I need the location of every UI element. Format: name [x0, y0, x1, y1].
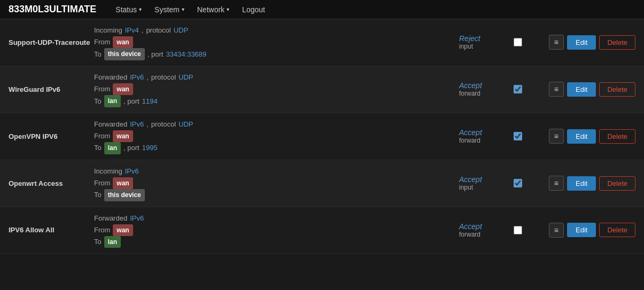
- rule-edit-button-support-udp-traceroute[interactable]: Edit: [567, 35, 596, 50]
- rule-from-badge-wireguard-ipv6: wan: [113, 83, 133, 95]
- rule-action-type-openvpn-ipv6: forward: [459, 137, 507, 144]
- rule-action-label-ipv6-allow-all: Accept: [459, 222, 507, 231]
- rule-delete-button-ipv6-allow-all[interactable]: Delete: [599, 223, 635, 237]
- rule-to-label-ipv6-allow-all: To: [94, 236, 102, 248]
- rule-buttons-openwrt-access: ≡ Edit Delete: [529, 176, 635, 191]
- rule-port-openvpn-ipv6[interactable]: 1995: [142, 142, 158, 154]
- rule-direction-openwrt-access: Incoming: [94, 166, 122, 177]
- rule-buttons-ipv6-allow-all: ≡ Edit Delete: [529, 223, 635, 238]
- rule-action-label-wireguard-ipv6: Accept: [459, 81, 507, 90]
- rule-action-type-wireguard-ipv6: forward: [459, 90, 507, 97]
- rule-check-col-wireguard-ipv6: [507, 85, 529, 93]
- rule-menu-button-wireguard-ipv6[interactable]: ≡: [549, 82, 564, 97]
- rule-edit-button-wireguard-ipv6[interactable]: Edit: [567, 82, 596, 97]
- rule-proto-link-wireguard-ipv6[interactable]: IPv6: [130, 72, 144, 83]
- rule-protocol-label-openvpn-ipv6: protocol: [151, 119, 176, 130]
- rule-to-badge-openvpn-ipv6: lan: [104, 142, 121, 154]
- rule-action-openvpn-ipv6: Accept forward: [459, 128, 507, 144]
- nav-item-system[interactable]: System▾: [148, 0, 191, 19]
- rule-checkbox-support-udp-traceroute[interactable]: [514, 38, 522, 46]
- rule-port-wireguard-ipv6[interactable]: 1194: [142, 96, 158, 107]
- rule-action-type-ipv6-allow-all: forward: [459, 231, 507, 238]
- rule-edit-button-openvpn-ipv6[interactable]: Edit: [567, 129, 596, 144]
- rule-delete-button-support-udp-traceroute[interactable]: Delete: [599, 35, 635, 50]
- rule-row-wireguard-ipv6: WireGuard IPv6 Forwarded IPv6, protocol …: [0, 66, 644, 113]
- rule-to-badge-support-udp-traceroute: this device: [104, 48, 145, 60]
- rule-to-label-openvpn-ipv6: To: [94, 142, 102, 154]
- rule-check-col-support-udp-traceroute: [507, 38, 529, 46]
- rule-name-ipv6-allow-all: IPV6 Allow All: [9, 226, 94, 234]
- rule-row-openvpn-ipv6: OpenVPN IPV6 Forwarded IPv6, protocol UD…: [0, 113, 644, 160]
- nav-label-status: Status: [115, 5, 137, 14]
- nav-arrow-system: ▾: [182, 6, 184, 12]
- rule-details-wireguard-ipv6: Forwarded IPv6, protocol UDP From wan To…: [94, 72, 459, 107]
- rule-to-badge-wireguard-ipv6: lan: [104, 95, 121, 107]
- rule-edit-button-openwrt-access[interactable]: Edit: [567, 176, 596, 191]
- rule-to-label-wireguard-ipv6: To: [94, 96, 102, 107]
- rule-to-label-openwrt-access: To: [94, 189, 102, 201]
- nav-label-system: System: [154, 5, 180, 14]
- nav-label-network: Network: [197, 5, 224, 14]
- rule-to-badge-openwrt-access: this device: [104, 189, 145, 201]
- rule-proto-link-openvpn-ipv6[interactable]: IPv6: [130, 119, 144, 130]
- rule-menu-button-support-udp-traceroute[interactable]: ≡: [549, 35, 564, 50]
- rule-from-label-support-udp-traceroute: From: [94, 36, 110, 48]
- rule-checkbox-ipv6-allow-all[interactable]: [514, 226, 522, 234]
- rule-delete-button-openwrt-access[interactable]: Delete: [599, 176, 635, 191]
- rule-action-label-support-udp-traceroute: Reject: [459, 34, 507, 43]
- rule-name-openvpn-ipv6: OpenVPN IPV6: [9, 132, 94, 140]
- rule-buttons-support-udp-traceroute: ≡ Edit Delete: [529, 35, 635, 50]
- rule-action-type-support-udp-traceroute: input: [459, 43, 507, 50]
- brand: 833M0L3ULTIMATE: [9, 4, 96, 15]
- nav-item-network[interactable]: Network▾: [191, 0, 236, 19]
- rule-from-badge-openvpn-ipv6: wan: [113, 130, 133, 142]
- rule-menu-button-openvpn-ipv6[interactable]: ≡: [549, 129, 564, 144]
- rule-checkbox-openwrt-access[interactable]: [514, 179, 522, 187]
- rule-proto-name-wireguard-ipv6[interactable]: UDP: [179, 72, 193, 83]
- nav-label-logout: Logout: [242, 5, 265, 14]
- rule-check-col-openvpn-ipv6: [507, 132, 529, 140]
- rule-action-wireguard-ipv6: Accept forward: [459, 81, 507, 97]
- rule-from-badge-support-udp-traceroute: wan: [113, 36, 133, 48]
- rule-buttons-openvpn-ipv6: ≡ Edit Delete: [529, 129, 635, 144]
- rules-table: Support-UDP-Traceroute Incoming IPv4, pr…: [0, 19, 644, 254]
- rule-action-support-udp-traceroute: Reject input: [459, 34, 507, 50]
- rule-proto-name-openvpn-ipv6[interactable]: UDP: [179, 119, 193, 130]
- rule-from-badge-ipv6-allow-all: wan: [113, 224, 133, 236]
- rule-edit-button-ipv6-allow-all[interactable]: Edit: [567, 223, 596, 237]
- rule-delete-button-openvpn-ipv6[interactable]: Delete: [599, 129, 635, 144]
- rule-from-label-openwrt-access: From: [94, 177, 110, 189]
- rule-direction-ipv6-allow-all: Forwarded: [94, 213, 127, 224]
- rule-name-support-udp-traceroute: Support-UDP-Traceroute: [9, 38, 94, 46]
- rule-protocol-label-wireguard-ipv6: protocol: [151, 72, 176, 83]
- nav-arrow-status: ▾: [139, 6, 142, 12]
- rule-menu-button-ipv6-allow-all[interactable]: ≡: [549, 223, 564, 238]
- rule-row-openwrt-access: Openwrt Access Incoming IPv6 From wan To…: [0, 160, 644, 207]
- rule-menu-button-openwrt-access[interactable]: ≡: [549, 176, 564, 191]
- rule-check-col-ipv6-allow-all: [507, 226, 529, 234]
- nav-arrow-network: ▾: [227, 6, 229, 12]
- rule-proto-name-support-udp-traceroute[interactable]: UDP: [174, 25, 188, 36]
- rule-checkbox-openvpn-ipv6[interactable]: [514, 132, 522, 140]
- rule-to-badge-ipv6-allow-all: lan: [104, 236, 121, 248]
- nav-item-status[interactable]: Status▾: [109, 0, 148, 19]
- rule-port-support-udp-traceroute[interactable]: 33434:33689: [166, 49, 206, 60]
- rule-from-label-openvpn-ipv6: From: [94, 130, 110, 142]
- rule-row-support-udp-traceroute: Support-UDP-Traceroute Incoming IPv4, pr…: [0, 19, 644, 66]
- rule-from-label-ipv6-allow-all: From: [94, 224, 110, 236]
- rule-checkbox-wireguard-ipv6[interactable]: [514, 85, 522, 93]
- rule-from-label-wireguard-ipv6: From: [94, 83, 110, 95]
- navbar: 833M0L3ULTIMATE Status▾System▾Network▾Lo…: [0, 0, 644, 19]
- rule-proto-link-openwrt-access[interactable]: IPv6: [125, 166, 139, 177]
- rule-name-openwrt-access: Openwrt Access: [9, 179, 94, 187]
- rule-proto-link-ipv6-allow-all[interactable]: IPv6: [130, 213, 144, 224]
- rule-proto-link-support-udp-traceroute[interactable]: IPv4: [125, 25, 139, 36]
- rule-details-openvpn-ipv6: Forwarded IPv6, protocol UDP From wan To…: [94, 119, 459, 154]
- rule-direction-openvpn-ipv6: Forwarded: [94, 119, 127, 130]
- rule-action-ipv6-allow-all: Accept forward: [459, 222, 507, 238]
- rule-details-ipv6-allow-all: Forwarded IPv6 From wan To lan: [94, 213, 459, 248]
- rule-action-type-openwrt-access: input: [459, 184, 507, 191]
- rule-delete-button-wireguard-ipv6[interactable]: Delete: [599, 82, 635, 97]
- nav-item-logout[interactable]: Logout: [236, 0, 271, 19]
- rule-action-openwrt-access: Accept input: [459, 175, 507, 191]
